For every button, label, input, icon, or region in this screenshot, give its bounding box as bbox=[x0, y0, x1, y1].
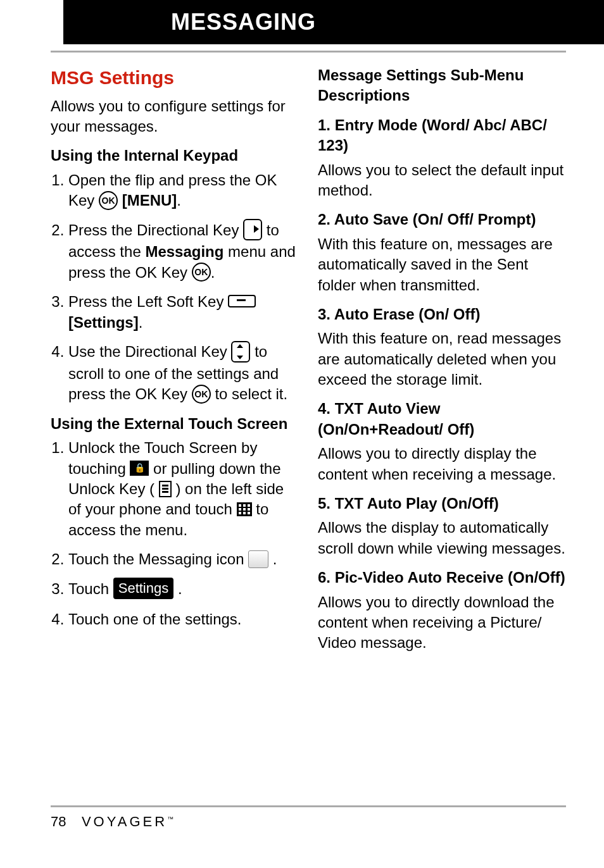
page-number: 78 bbox=[51, 814, 66, 830]
text-bold: [Settings] bbox=[68, 314, 139, 331]
touch-steps: Unlock the Touch Screen by touching or p… bbox=[51, 438, 299, 629]
content-columns: MSG Settings Allows you to configure set… bbox=[0, 53, 604, 654]
page-title: MESSAGING bbox=[171, 9, 316, 35]
text: Use the Directional Key bbox=[68, 343, 231, 360]
setting-5-heading: 5. TXT Auto Play (On/Off) bbox=[318, 493, 566, 514]
ok-icon: OK bbox=[99, 191, 118, 210]
setting-3-desc: With this feature on, read messages are … bbox=[318, 328, 566, 390]
left-soft-key-icon bbox=[228, 295, 256, 307]
section-title: MSG Settings bbox=[51, 65, 299, 91]
setting-1-heading: 1. Entry Mode (Word/ Abc/ ABC/ 123) bbox=[318, 115, 566, 156]
setting-2-desc: With this feature on, messages are autom… bbox=[318, 234, 566, 295]
unlock-side-key-icon bbox=[159, 481, 172, 497]
footer: 78 VOYAGER™ bbox=[51, 805, 566, 830]
text: Touch bbox=[68, 580, 113, 597]
keypad-step-2: Press the Directional Key to access the … bbox=[68, 220, 299, 283]
touch-step-4: Touch one of the settings. bbox=[68, 609, 299, 629]
header-bar: MESSAGING bbox=[63, 0, 604, 44]
keypad-step-3: Press the Left Soft Key [Settings]. bbox=[68, 292, 299, 333]
text: . bbox=[211, 264, 215, 281]
brand-logo: VOYAGER™ bbox=[82, 814, 173, 830]
touch-step-2: Touch the Messaging icon . bbox=[68, 549, 299, 569]
directional-key-updown-icon bbox=[231, 341, 250, 363]
text: Touch the Messaging icon bbox=[68, 550, 248, 567]
messaging-icon bbox=[248, 550, 268, 568]
text-bold: Messaging bbox=[145, 243, 223, 260]
setting-4-heading: 4. TXT Auto View (On/On+Readout/ Off) bbox=[318, 399, 566, 440]
text: . bbox=[139, 314, 143, 331]
text-bold: [MENU] bbox=[122, 192, 177, 209]
keypad-steps: Open the flip and press the OK Key OK [M… bbox=[51, 170, 299, 405]
keypad-heading: Using the Internal Keypad bbox=[51, 146, 299, 166]
text: . bbox=[178, 580, 182, 597]
setting-1-desc: Allows you to select the default input m… bbox=[318, 160, 566, 201]
setting-6-heading: 6. Pic-Video Auto Receive (On/Off) bbox=[318, 567, 566, 588]
ok-icon: OK bbox=[192, 385, 211, 404]
text: to select it. bbox=[215, 385, 287, 402]
setting-5-desc: Allows the display to automatically scro… bbox=[318, 518, 566, 559]
settings-pill-icon: Settings bbox=[113, 578, 174, 599]
right-column: Message Settings Sub-Menu Descriptions 1… bbox=[318, 65, 566, 654]
footer-divider bbox=[51, 805, 566, 807]
intro-text: Allows you to configure settings for you… bbox=[51, 96, 299, 137]
keypad-step-4: Use the Directional Key to scroll to one… bbox=[68, 342, 299, 405]
keypad-step-1: Open the flip and press the OK Key OK [M… bbox=[68, 170, 299, 211]
touch-step-1: Unlock the Touch Screen by touching or p… bbox=[68, 438, 299, 540]
text: Press the Directional Key bbox=[68, 221, 243, 239]
left-column: MSG Settings Allows you to configure set… bbox=[51, 65, 299, 654]
text: . bbox=[177, 192, 181, 209]
touch-heading: Using the External Touch Screen bbox=[51, 414, 299, 434]
setting-2-heading: 2. Auto Save (On/ Off/ Prompt) bbox=[318, 209, 566, 230]
menu-grid-icon bbox=[237, 502, 252, 516]
directional-key-right-icon bbox=[243, 219, 262, 240]
submenu-heading: Message Settings Sub-Menu Descriptions bbox=[318, 65, 566, 106]
ok-icon: OK bbox=[192, 263, 211, 282]
text: . bbox=[273, 550, 277, 567]
setting-4-desc: Allows you to directly display the conte… bbox=[318, 443, 566, 485]
setting-6-desc: Allows you to directly download the cont… bbox=[318, 592, 566, 654]
lock-icon bbox=[130, 461, 149, 476]
text: Press the Left Soft Key bbox=[68, 293, 228, 310]
touch-step-3: Touch Settings . bbox=[68, 579, 299, 601]
setting-3-heading: 3. Auto Erase (On/ Off) bbox=[318, 304, 566, 325]
